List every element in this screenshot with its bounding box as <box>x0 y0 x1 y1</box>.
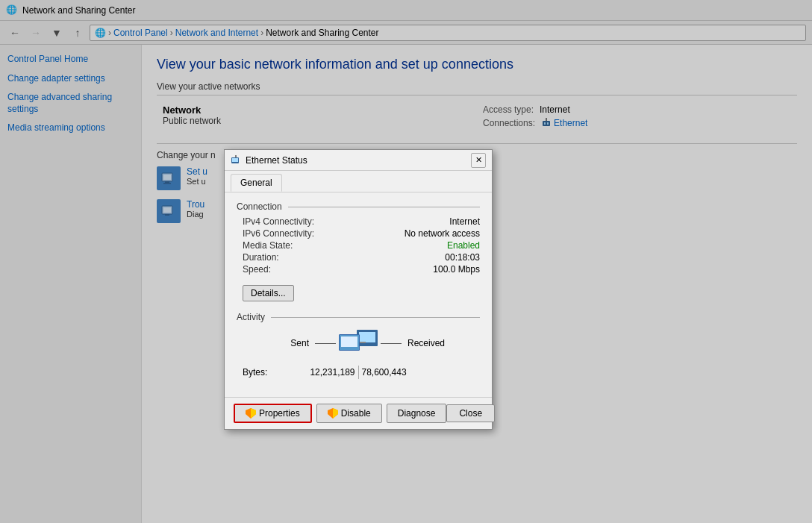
connection-section-title: Connection <box>237 201 480 212</box>
media-state-label: Media State: <box>243 240 347 251</box>
disable-shield-icon <box>328 408 338 419</box>
dialog-title-icon <box>231 155 241 166</box>
ethernet-status-dialog: Ethernet Status ✕ General Connection IPv… <box>224 149 493 430</box>
received-label: Received <box>407 338 474 348</box>
dialog-close-button[interactable]: ✕ <box>471 153 486 168</box>
duration-label: Duration: <box>243 252 347 263</box>
connection-section: Connection IPv4 Connectivity: Internet I… <box>237 201 480 303</box>
activity-section-title: Activity <box>237 312 480 322</box>
speed-label: Speed: <box>243 264 347 275</box>
bytes-received: 78,600,443 <box>362 367 429 378</box>
properties-shield-icon <box>246 408 256 419</box>
ipv4-value: Internet <box>350 216 480 227</box>
ipv6-value: No network access <box>350 228 480 239</box>
connection-info-grid: IPv4 Connectivity: Internet IPv6 Connect… <box>237 216 480 275</box>
dialog-tabs: General <box>225 171 492 192</box>
close-button[interactable]: Close <box>446 404 495 422</box>
bytes-sent: 12,231,189 <box>288 367 355 378</box>
dialog-title: Ethernet Status <box>246 155 471 166</box>
tab-general[interactable]: General <box>231 174 282 192</box>
ipv6-label: IPv6 Connectivity: <box>243 228 347 239</box>
dialog-overlay: Ethernet Status ✕ General Connection IPv… <box>0 0 812 523</box>
diagnose-button[interactable]: Diagnose <box>387 404 447 423</box>
bytes-divider <box>358 366 359 379</box>
svg-marker-15 <box>251 408 256 419</box>
sent-label: Sent <box>243 338 309 348</box>
ipv4-label: IPv4 Connectivity: <box>243 216 347 227</box>
svg-rect-12 <box>232 158 238 162</box>
speed-value: 100.0 Mbps <box>350 264 480 275</box>
media-state-value: Enabled <box>350 240 480 251</box>
sent-arrow <box>315 343 336 344</box>
footer-action-buttons: Properties Disable Diagnose <box>234 404 446 423</box>
duration-value: 00:18:03 <box>350 252 480 263</box>
disable-button[interactable]: Disable <box>316 404 382 423</box>
network-activity-icon <box>339 327 378 360</box>
properties-button[interactable]: Properties <box>234 404 312 423</box>
dialog-footer: Properties Disable Diagnose Close <box>225 397 492 429</box>
dialog-title-bar: Ethernet Status ✕ <box>225 150 492 171</box>
bytes-label: Bytes: <box>243 367 288 378</box>
activity-section: Activity Sent <box>237 312 480 379</box>
dialog-content: Connection IPv4 Connectivity: Internet I… <box>225 192 492 397</box>
received-arrow <box>381 343 402 344</box>
svg-marker-17 <box>333 408 338 419</box>
details-button[interactable]: Details... <box>243 285 294 301</box>
